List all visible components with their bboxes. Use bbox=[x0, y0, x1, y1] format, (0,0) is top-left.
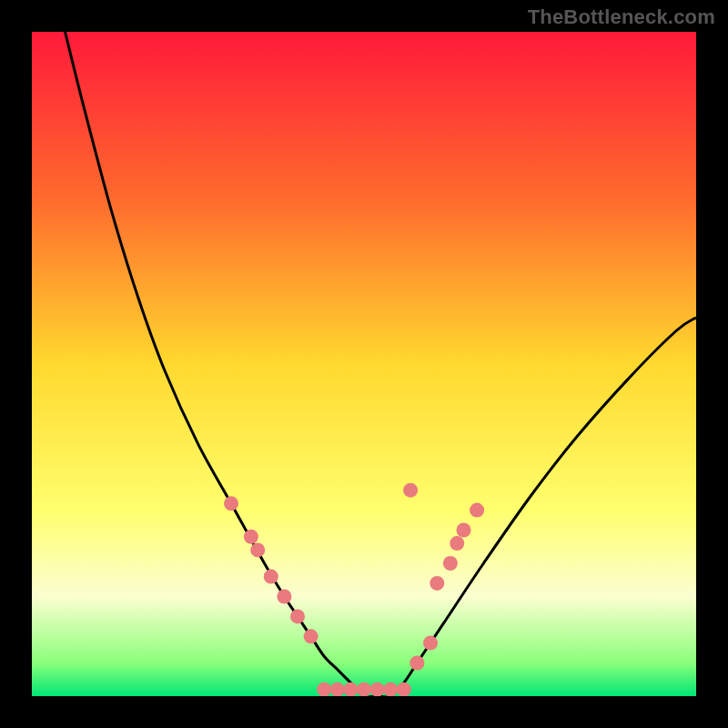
watermark-text: TheBottleneck.com bbox=[528, 5, 715, 29]
marker-point bbox=[277, 590, 291, 604]
marker-point bbox=[304, 629, 318, 643]
marker-point bbox=[383, 682, 398, 696]
marker-point bbox=[403, 483, 418, 498]
chart-container: TheBottleneck.com bbox=[0, 0, 728, 728]
plot-area bbox=[32, 32, 696, 696]
marker-point bbox=[244, 530, 258, 544]
marker-point bbox=[317, 682, 331, 696]
marker-point bbox=[250, 542, 265, 557]
plot-svg bbox=[32, 32, 696, 696]
marker-point bbox=[450, 536, 464, 551]
marker-point bbox=[330, 682, 345, 696]
marker-point bbox=[443, 556, 458, 571]
marker-point bbox=[423, 636, 438, 651]
marker-point bbox=[370, 682, 385, 696]
marker-point bbox=[397, 682, 411, 696]
marker-point bbox=[224, 496, 238, 511]
marker-point bbox=[470, 503, 484, 518]
marker-point bbox=[343, 682, 358, 696]
marker-point bbox=[290, 609, 305, 623]
marker-point bbox=[457, 523, 471, 538]
marker-point bbox=[357, 682, 371, 696]
marker-point bbox=[410, 656, 424, 671]
marker-point bbox=[264, 570, 278, 584]
marker-point bbox=[430, 576, 444, 591]
gradient-background bbox=[32, 32, 696, 696]
